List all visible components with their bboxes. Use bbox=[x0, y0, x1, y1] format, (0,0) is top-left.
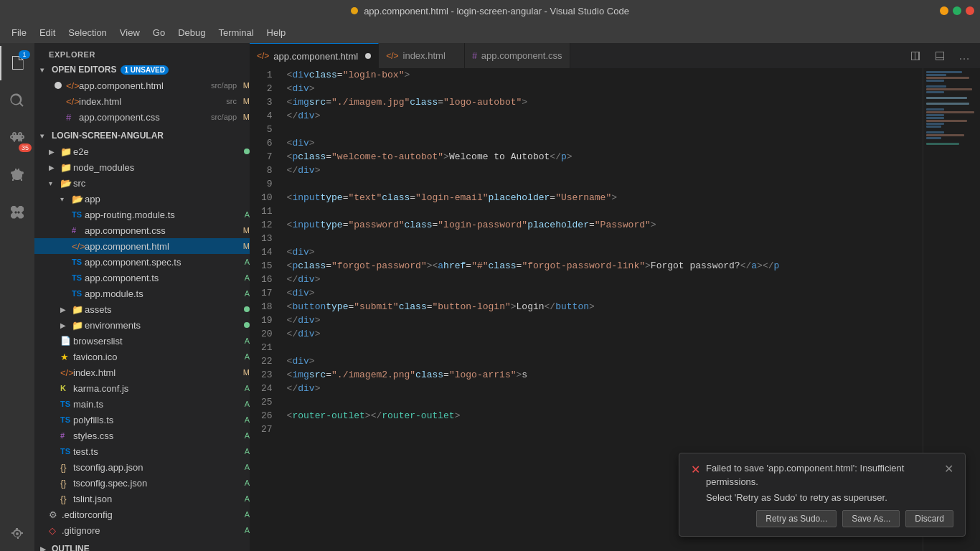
tree-app-component-css[interactable]: # app.component.css M bbox=[34, 222, 250, 238]
chevron: ▾ bbox=[60, 195, 72, 203]
activity-search[interactable] bbox=[0, 83, 34, 118]
file-badge: M bbox=[240, 226, 250, 235]
save-as-button[interactable]: Save As... bbox=[842, 510, 900, 527]
code-line-7: <p class="welcome-to-autobot">Welcome to… bbox=[287, 150, 923, 164]
tree-test-ts[interactable]: TS test.ts A bbox=[34, 443, 250, 459]
tree-favicon[interactable]: ★ favicon.ico A bbox=[34, 349, 250, 364]
tab-label: index.html bbox=[403, 50, 446, 61]
file-name: .gitignore bbox=[62, 525, 237, 536]
css-icon: # bbox=[72, 226, 85, 235]
sidebar-title: EXPLORER bbox=[34, 43, 250, 62]
file-name: index.html bbox=[73, 367, 237, 378]
project-header[interactable]: ▾ LOGIN-SCREEN-ANGULAR bbox=[34, 128, 250, 143]
code-line-11 bbox=[287, 204, 923, 218]
split-editor-button[interactable] bbox=[905, 46, 925, 66]
tree-environments[interactable]: ▶ 📁 environments bbox=[34, 317, 250, 333]
notification-close-button[interactable]: ✕ bbox=[944, 462, 953, 476]
tree-app[interactable]: ▾ 📂 app bbox=[34, 191, 250, 207]
menu-file[interactable]: File bbox=[6, 24, 32, 41]
discard-button[interactable]: Discard bbox=[905, 510, 953, 527]
file-badge: A bbox=[240, 447, 250, 456]
chevron: ▶ bbox=[49, 148, 60, 156]
activity-git[interactable]: 35 bbox=[0, 121, 34, 155]
close-button[interactable] bbox=[966, 6, 974, 15]
ts-icon: TS bbox=[60, 447, 73, 456]
tree-index-html[interactable]: </> index.html M bbox=[34, 364, 250, 380]
tree-app-component-html[interactable]: </> app.component.html M bbox=[34, 238, 250, 254]
tree-tsconfig-spec[interactable]: {} tsconfig.spec.json A bbox=[34, 475, 250, 491]
minimize-button[interactable] bbox=[940, 6, 948, 15]
tree-app-routing[interactable]: TS app-routing.module.ts A bbox=[34, 207, 250, 222]
file-badge: M bbox=[240, 97, 250, 105]
file-name: tsconfig.spec.json bbox=[73, 478, 237, 489]
activity-settings[interactable] bbox=[0, 517, 34, 551]
css-icon: # bbox=[66, 112, 79, 123]
folder-icon: 📁 bbox=[72, 304, 85, 315]
tree-tslint[interactable]: {} tslint.json A bbox=[34, 491, 250, 507]
menu-terminal[interactable]: Terminal bbox=[212, 24, 259, 41]
file-name: app-routing.module.ts bbox=[85, 209, 237, 220]
folder-icon: 📂 bbox=[60, 178, 73, 189]
tree-styles-css[interactable]: # styles.css A bbox=[34, 428, 250, 443]
code-line-23: <img src="./imagem2.png" class="logo-arr… bbox=[287, 368, 923, 382]
open-editors-header[interactable]: ▾ OPEN EDITORS 1 UNSAVED bbox=[34, 62, 250, 77]
code-line-26: <router-outlet></router-outlet> bbox=[287, 409, 923, 423]
open-editor-app-component-css[interactable]: # app.component.css src/app M bbox=[34, 109, 250, 125]
tab-index-html[interactable]: </> index.html bbox=[379, 43, 465, 68]
menu-go[interactable]: Go bbox=[147, 24, 171, 41]
tree-assets[interactable]: ▶ 📁 assets bbox=[34, 301, 250, 317]
maximize-button[interactable] bbox=[953, 6, 961, 15]
menu-help[interactable]: Help bbox=[261, 24, 292, 41]
tree-polyfills[interactable]: TS polyfills.ts A bbox=[34, 412, 250, 428]
dot-indicator bbox=[244, 149, 250, 154]
file-badge: M bbox=[240, 81, 250, 90]
tree-src[interactable]: ▾ 📂 src bbox=[34, 175, 250, 191]
tree-tsconfig-app[interactable]: {} tsconfig.app.json A bbox=[34, 459, 250, 475]
js-icon: K bbox=[60, 384, 73, 392]
menu-selection[interactable]: Selection bbox=[62, 24, 112, 41]
tree-app-component-spec[interactable]: TS app.component.spec.ts A bbox=[34, 254, 250, 270]
activity-debug[interactable] bbox=[0, 158, 34, 192]
menu-view[interactable]: View bbox=[114, 24, 146, 41]
menu-bar: File Edit Selection View Go Debug Termin… bbox=[0, 22, 980, 43]
more-actions-button[interactable]: … bbox=[954, 46, 974, 66]
tree-app-module[interactable]: TS app.module.ts A bbox=[34, 286, 250, 301]
activity-explorer[interactable]: 1 bbox=[0, 46, 34, 80]
tree-karma[interactable]: K karma.conf.js A bbox=[34, 380, 250, 396]
folder-name: node_modules bbox=[73, 162, 250, 173]
code-line-27 bbox=[287, 423, 923, 436]
tree-node-modules[interactable]: ▶ 📁 node_modules bbox=[34, 159, 250, 175]
toggle-panel-button[interactable] bbox=[930, 46, 950, 66]
file-name: app.module.ts bbox=[85, 288, 237, 299]
file-badge: A bbox=[240, 289, 250, 298]
json-icon: {} bbox=[60, 462, 73, 473]
tree-browserslist[interactable]: 📄 browserslist A bbox=[34, 333, 250, 349]
tree-app-component-ts[interactable]: TS app.component.ts A bbox=[34, 270, 250, 286]
tree-main-ts[interactable]: TS main.ts A bbox=[34, 396, 250, 412]
code-editor[interactable]: 1 2 3 4 5 6 7 8 9 10 11 12 13 14 15 16 1… bbox=[250, 68, 980, 551]
menu-debug[interactable]: Debug bbox=[172, 24, 211, 41]
tree-editorconfig[interactable]: ⚙ .editorconfig A bbox=[34, 507, 250, 522]
tab-app-component-css[interactable]: # app.component.css bbox=[465, 43, 570, 68]
retry-as-sudo-button[interactable]: Retry as Sudo... bbox=[756, 510, 837, 527]
activity-extensions[interactable] bbox=[0, 195, 34, 230]
code-line-9 bbox=[287, 177, 923, 191]
dot-indicator bbox=[244, 322, 250, 328]
file-badge: A bbox=[240, 273, 250, 282]
open-editor-app-component-html[interactable]: </> app.component.html src/app M bbox=[34, 77, 250, 93]
code-line-13 bbox=[287, 232, 923, 245]
open-editor-index-html[interactable]: </> index.html src M bbox=[34, 93, 250, 109]
tree-gitignore[interactable]: ◇ .gitignore A bbox=[34, 522, 250, 538]
chevron: ▶ bbox=[60, 306, 72, 314]
file-name: browserslist bbox=[73, 336, 237, 347]
tab-app-component-html[interactable]: </> app.component.html bbox=[250, 43, 379, 68]
tree-e2e[interactable]: ▶ 📁 e2e bbox=[34, 143, 250, 159]
outline-header[interactable]: ▶ OUTLINE bbox=[34, 541, 250, 551]
sidebar-scroll[interactable]: ▾ OPEN EDITORS 1 UNSAVED </> app.compone… bbox=[34, 62, 250, 551]
css-icon: # bbox=[60, 431, 73, 440]
file-badge: A bbox=[240, 210, 250, 219]
file-name: app.component.html bbox=[79, 80, 208, 91]
code-line-18: <button type="submit" class="button-logi… bbox=[287, 300, 923, 314]
menu-edit[interactable]: Edit bbox=[34, 24, 61, 41]
code-line-24: </div> bbox=[287, 382, 923, 395]
